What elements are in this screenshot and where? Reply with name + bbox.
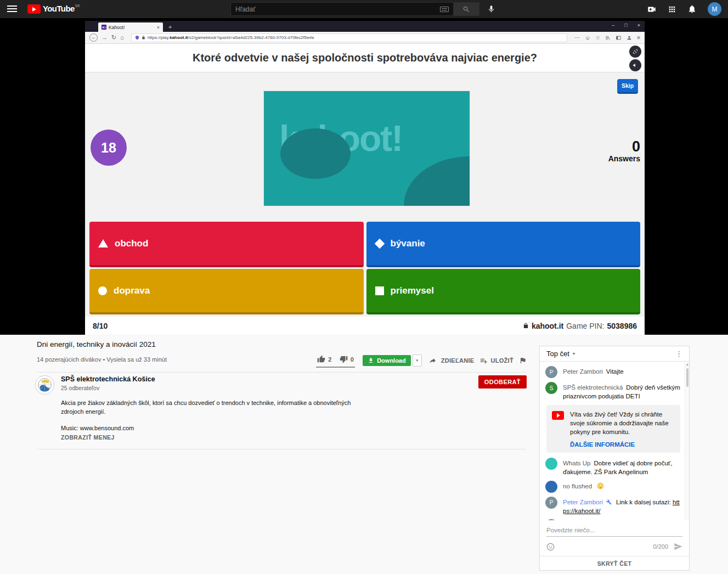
tab-title: Kahoot!	[109, 25, 125, 30]
answer-option-blue[interactable]: bývanie	[366, 222, 641, 267]
menu-icon[interactable]	[7, 5, 17, 13]
chat-avatar[interactable]: P	[545, 366, 557, 378]
tab-close-icon[interactable]: ×	[157, 25, 160, 30]
forward-icon[interactable]: →	[101, 35, 108, 41]
channel-name[interactable]: SPŠ elektrotechnická Košice	[61, 375, 155, 383]
subscribe-button[interactable]: ODOBERAŤ	[478, 375, 527, 389]
pocket-icon[interactable]: ☺	[585, 35, 590, 41]
share-button[interactable]: ZDIEĽANIE	[430, 357, 475, 364]
chat-mode-selector[interactable]: Top čet	[546, 350, 569, 358]
youtube-play-icon	[552, 411, 564, 420]
scrollbar-thumb[interactable]	[686, 368, 689, 387]
chat-menu-kebab-icon[interactable]: ⋮	[675, 350, 682, 358]
chat-message-list[interactable]: P Peter ZamboriVitajte S SPŠ elektrotech…	[540, 362, 689, 520]
yt-logo-country: SK	[75, 4, 80, 8]
page-actions-icon[interactable]: ⋯	[574, 35, 580, 41]
chat-header: Top čet ▾ ⋮	[540, 346, 689, 362]
skip-button[interactable]: Skip	[617, 79, 638, 94]
chat-avatar[interactable]: P	[545, 497, 557, 509]
show-less-button[interactable]: ZOBRAZIŤ MENEJ	[61, 434, 115, 441]
download-options-button[interactable]: ▾	[413, 354, 422, 367]
media-quarter-circle-shape	[404, 156, 470, 206]
yt-logo[interactable]: YouTube SK	[27, 4, 80, 14]
chat-scrollbar[interactable]: ▲	[685, 362, 689, 520]
send-icon	[674, 542, 682, 551]
media-ellipse-shape	[280, 128, 351, 179]
game-pin: 5038986	[607, 322, 637, 330]
chat-avatar[interactable]	[545, 481, 557, 493]
yt-header: YouTube SK M	[0, 0, 728, 18]
browser-menu-icon[interactable]: ≡	[637, 35, 640, 41]
chat-avatar[interactable]: P	[545, 519, 557, 520]
chat-avatar[interactable]: S	[545, 382, 557, 394]
chat-author[interactable]: Whats Up	[563, 460, 591, 466]
url-bar[interactable]: https://play.kahoot.it/v2/gameblock?quiz…	[131, 33, 567, 42]
chat-message: no flushed	[545, 481, 681, 493]
browser-tab-kahoot[interactable]: K! Kahoot! ×	[98, 22, 163, 32]
answer-option-red[interactable]: obchod	[89, 222, 364, 267]
home-icon[interactable]: ⌂	[120, 35, 124, 41]
chat-message: S SPŠ elektrotechnickáDobrý deň všetkým …	[545, 382, 681, 401]
chat-text: Link k dalsej sutazi:	[616, 499, 673, 505]
report-button[interactable]	[519, 357, 527, 364]
new-tab-button[interactable]: +	[168, 22, 172, 32]
chat-author[interactable]: no flushed	[563, 483, 592, 489]
download-group: Download ▾	[363, 354, 422, 367]
send-button[interactable]	[674, 542, 682, 551]
answer-label: doprava	[114, 285, 150, 296]
chevron-down-icon[interactable]: ▾	[573, 351, 575, 356]
window-controls: – □ ×	[612, 21, 640, 30]
answer-options-grid: obchod bývanie doprava priemysel	[89, 222, 640, 314]
notice-more-info-link[interactable]: ĎALŠIE INFORMÁCIE	[570, 441, 675, 448]
chat-author[interactable]: Peter Zambori	[563, 368, 603, 375]
chat-message: P Peter Zambori Link k dalsej sutazi: ht…	[545, 497, 681, 516]
save-button[interactable]: ULOŽIŤ	[479, 357, 513, 365]
reload-icon[interactable]: ↻	[111, 35, 116, 41]
create-video-button[interactable]	[647, 4, 657, 14]
scroll-up-icon[interactable]: ▲	[686, 363, 689, 366]
video-player[interactable]: K! Kahoot! × + – □ × ← → ↻ ⌂	[0, 18, 728, 335]
fullscreen-button[interactable]	[629, 46, 641, 58]
video-title: Dni energií, techniky a inovácií 2021	[37, 340, 527, 348]
account-profile-icon[interactable]	[627, 35, 632, 41]
chat-author-moderator[interactable]: Peter Zambori	[563, 499, 603, 505]
download-button[interactable]: Download	[363, 355, 411, 366]
chat-input[interactable]	[546, 525, 682, 537]
account-avatar[interactable]: M	[708, 2, 721, 16]
chat-author[interactable]: SPŠ elektrotechnická	[563, 384, 623, 391]
question-progress: 8/10	[93, 322, 108, 330]
fullscreen-icon	[633, 49, 638, 54]
library-icon[interactable]	[605, 35, 611, 41]
sidebar-icon[interactable]	[616, 35, 622, 41]
answer-option-green[interactable]: priemysel	[366, 269, 641, 314]
apps-button[interactable]	[668, 5, 676, 14]
live-chat-panel: Top čet ▾ ⋮ P Peter ZamboriVitajte S SPŠ…	[539, 346, 690, 571]
window-close-icon[interactable]: ×	[637, 22, 640, 28]
notifications-button[interactable]	[687, 4, 697, 14]
answer-label: priemysel	[391, 285, 434, 296]
answer-option-yellow[interactable]: doprava	[89, 269, 364, 314]
search-field-wrap	[230, 2, 454, 16]
mic-button[interactable]	[487, 5, 495, 13]
search-input[interactable]	[235, 5, 440, 13]
emoji-button[interactable]	[546, 543, 555, 551]
dislike-button[interactable]: 0	[340, 355, 354, 363]
like-button[interactable]: 2	[317, 355, 331, 363]
window-maximize-icon[interactable]: □	[624, 22, 627, 28]
apps-grid-icon	[668, 5, 676, 14]
hide-chat-button[interactable]: SKRYŤ ČET	[540, 556, 689, 570]
chat-avatar[interactable]	[545, 458, 557, 470]
audio-button[interactable]	[629, 59, 641, 71]
search-button[interactable]	[454, 2, 479, 16]
description-music: Music: www.bensound.com	[61, 424, 357, 433]
playlist-add-icon	[479, 357, 488, 365]
back-icon[interactable]: ←	[89, 33, 98, 42]
bookmark-star-icon[interactable]: ☆	[595, 35, 600, 41]
window-minimize-icon[interactable]: –	[612, 22, 614, 28]
video-stats: 14 pozerajúcich divákov • Vysiela sa už …	[37, 353, 167, 363]
keyboard-icon[interactable]	[440, 7, 449, 12]
channel-avatar[interactable]	[35, 375, 54, 395]
notice-text: Víta vás živý čet! Vždy si chráňte svoje…	[570, 410, 675, 436]
channel-row: SPŠ elektrotechnická Košice 25 odberateľ…	[35, 375, 527, 395]
rating-cluster: 2 0	[316, 353, 355, 368]
